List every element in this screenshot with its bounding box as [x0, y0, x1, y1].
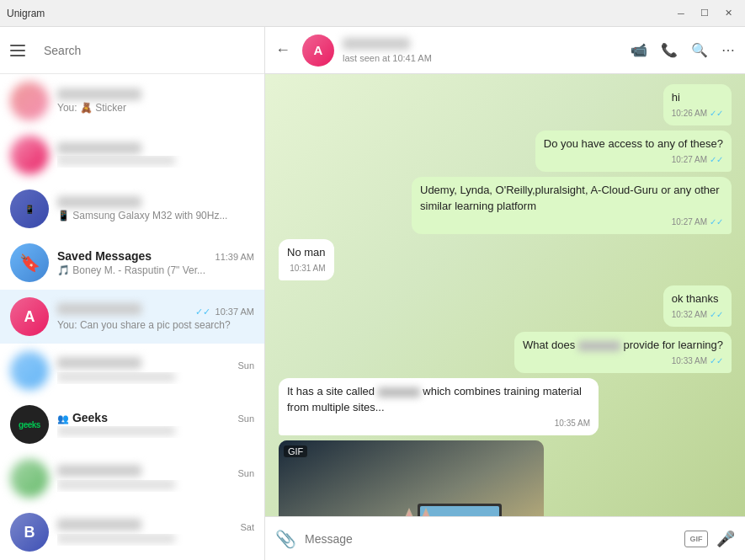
titlebar: Unigram ─ ☐ ✕ [0, 0, 745, 27]
hamburger-line2 [10, 50, 25, 51]
avatar: A [10, 297, 49, 336]
avatar: geeks [10, 405, 49, 444]
read-check-icon: ✓✓ [710, 108, 723, 120]
message-row: GIF 10:35 AM ✓✓ [279, 440, 732, 516]
message-bubble: hi 10:26 AM ✓✓ [663, 84, 732, 125]
chat-content: Saved Messages 11:39 AM 🎵 Boney M. - Ras… [57, 249, 254, 276]
video-call-icon[interactable]: 📹 [631, 42, 647, 58]
chat-item-geeks[interactable]: geeks 👥 Geeks Sun [0, 397, 264, 451]
blurred-name [57, 303, 141, 315]
chat-content: Sun [57, 465, 254, 492]
search-input[interactable] [44, 36, 254, 65]
back-button[interactable]: ← [275, 41, 290, 59]
chat-preview: You: 🧸 Sticker [57, 102, 254, 114]
chat-content [57, 142, 254, 168]
chat-time: Sat [240, 522, 254, 532]
message-time: 10:26 AM [672, 108, 707, 120]
close-button[interactable]: ✕ [718, 5, 738, 22]
avatar: B [10, 513, 49, 552]
chat-preview [57, 534, 254, 546]
contact-status: last seen at 10:41 AM [343, 53, 622, 63]
message-bubble: What does provide for learning? 10:33 AM… [514, 332, 732, 373]
chat-content: ✓✓ 10:37 AM You: Can you share a pic pos… [57, 303, 254, 331]
message-text: No man [287, 246, 326, 259]
chat-list: You: 🧸 Sticker 📱 [0, 74, 264, 560]
maximize-button[interactable]: ☐ [694, 5, 715, 22]
mic-button[interactable]: 🎤 [716, 530, 735, 548]
chat-item-active[interactable]: A ✓✓ 10:37 AM You: Can you share a pic p… [0, 290, 264, 344]
message-bubble: Udemy, Lynda, O'Reilly,pluralsight, A-Cl… [412, 177, 732, 233]
phone-icon[interactable]: 📞 [661, 42, 678, 58]
message-row: hi 10:26 AM ✓✓ [279, 84, 732, 125]
blurred-name [57, 196, 141, 208]
message-time: 10:27 AM [672, 154, 707, 166]
message-row: It has a site called which combines trai… [279, 378, 732, 435]
chat-time: Sun [237, 468, 254, 478]
gif-bubble[interactable]: GIF 10:35 AM ✓✓ [279, 440, 544, 516]
attach-button[interactable]: 📎 [275, 529, 296, 549]
header-actions: 📹 📞 🔍 ⋯ [631, 42, 735, 58]
blurred-name [57, 142, 141, 154]
chat-item-saved-messages[interactable]: 🔖 Saved Messages 11:39 AM 🎵 Boney M. - R… [0, 236, 264, 290]
chat-content: Sat [57, 519, 254, 546]
app-body: You: 🧸 Sticker 📱 [0, 27, 745, 560]
hamburger-button[interactable] [10, 39, 34, 62]
chat-content: You: 🧸 Sticker [57, 88, 254, 114]
chat-preview [57, 480, 254, 492]
message-row: What does provide for learning? 10:33 AM… [279, 332, 732, 373]
chat-item[interactable] [0, 128, 264, 182]
message-row: Do you have access to any of these? 10:2… [279, 131, 732, 172]
message-text: Udemy, Lynda, O'Reilly,pluralsight, A-Cl… [420, 184, 720, 211]
chat-item[interactable]: Sun [0, 451, 264, 505]
chat-header: ← A last seen at 10:41 AM 📹 📞 🔍 ⋯ [265, 27, 745, 74]
chat-item[interactable]: B Sat [0, 505, 264, 559]
message-time: 10:27 AM [672, 216, 707, 228]
gif-image [279, 440, 544, 516]
message-text: hi [672, 91, 680, 104]
gif-button[interactable]: GIF [684, 531, 708, 547]
message-row: ok thanks 10:32 AM ✓✓ [279, 285, 732, 327]
message-bubble: It has a site called which combines trai… [279, 378, 599, 435]
more-options-icon[interactable]: ⋯ [721, 42, 735, 58]
cat-gif-svg [279, 440, 544, 516]
read-check-icon: ✓✓ [710, 216, 723, 228]
blurred-word [578, 341, 620, 351]
contact-avatar: A [302, 35, 334, 67]
search-icon[interactable]: 🔍 [691, 42, 708, 58]
message-text: What does provide for learning? [523, 339, 723, 351]
window-controls: ─ ☐ ✕ [671, 5, 738, 22]
blurred-name [57, 88, 141, 100]
chat-name: Saved Messages [57, 249, 152, 263]
chat-content: 📱 Samsung Galaxy M32 with 90Hz... [57, 196, 254, 221]
chat-item[interactable]: Sun [0, 344, 264, 397]
chat-header-info: last seen at 10:41 AM [343, 38, 622, 63]
message-text: Do you have access to any of these? [544, 137, 723, 150]
sidebar: You: 🧸 Sticker 📱 [0, 27, 265, 560]
hamburger-line3 [10, 55, 25, 56]
hamburger-line1 [10, 45, 25, 46]
chat-area: ← A last seen at 10:41 AM 📹 📞 🔍 ⋯ hi 10:… [265, 27, 745, 560]
message-time: 10:35 AM [555, 418, 590, 429]
chat-preview [57, 156, 254, 168]
message-row: No man 10:31 AM [279, 239, 732, 280]
message-time: 10:31 AM [290, 263, 325, 275]
chat-content: 👥 Geeks Sun [57, 411, 254, 438]
message-row: Udemy, Lynda, O'Reilly,pluralsight, A-Cl… [279, 177, 732, 233]
svg-rect-0 [279, 440, 544, 516]
read-check-icon: ✓✓ [710, 355, 723, 367]
blurred-word [378, 387, 420, 397]
message-text: ok thanks [672, 292, 719, 305]
read-check-icon: ✓✓ [710, 309, 723, 321]
message-input[interactable] [305, 532, 676, 546]
blurred-name [57, 519, 141, 531]
message-time: 10:32 AM [672, 309, 707, 321]
chat-time: 11:39 AM [216, 252, 254, 262]
contact-name [343, 38, 622, 53]
chat-item[interactable]: 📱 📱 Samsung Galaxy M32 with 90Hz... [0, 182, 264, 236]
chat-preview: 🎵 Boney M. - Rasputin (7" Ver... [57, 264, 254, 276]
minimize-button[interactable]: ─ [671, 5, 691, 22]
blurred-name [57, 465, 141, 477]
chat-item[interactable]: You: 🧸 Sticker [0, 74, 264, 128]
input-bar: 📎 GIF 🎤 [265, 516, 745, 560]
sidebar-header [0, 27, 264, 74]
